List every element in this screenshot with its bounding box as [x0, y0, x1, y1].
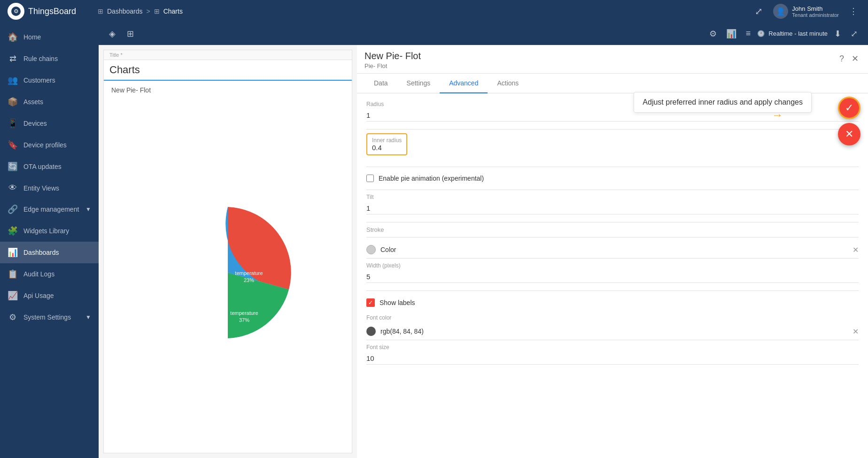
content-area: ◈ ⊞ ⚙ 📊 ≡ 🕐 Realtime - last minute ⬇ ⤢ T… [99, 23, 868, 458]
time-range-icon: 🕐 [757, 30, 765, 37]
breadcrumb-home[interactable]: Dashboards [107, 8, 143, 15]
sidebar-label-widgets: Widgets Library [23, 227, 69, 235]
color-label: Color [380, 246, 848, 253]
logo-icon: ⚙ [8, 3, 24, 20]
help-button[interactable]: ? [837, 52, 846, 66]
animation-label: Enable pie animation (experimental) [379, 175, 484, 182]
sidebar-item-devices[interactable]: 📱 Devices [0, 113, 99, 134]
stroke-label: Stroke [366, 226, 859, 233]
sidebar-label-dashboards: Dashboards [23, 249, 59, 256]
sidebar-item-customers[interactable]: 👥 Customers [0, 69, 99, 91]
sidebar-label-audit: Audit Logs [23, 270, 54, 278]
color-circle[interactable] [366, 245, 376, 254]
sidebar-label-customers: Customers [23, 76, 55, 84]
dashboard-toolbar: ◈ ⊞ ⚙ 📊 ≡ 🕐 Realtime - last minute ⬇ ⤢ [99, 23, 868, 45]
toolbar-right: ⚙ 📊 ≡ 🕐 Realtime - last minute ⬇ ⤢ [706, 26, 860, 42]
confirm-button[interactable]: ✓ [838, 97, 860, 119]
confirm-icon: ✓ [845, 102, 853, 114]
label-green-name: temperature [230, 310, 258, 316]
layers-button[interactable]: ◈ [106, 26, 118, 42]
show-labels-row: ✓ Show labels [366, 295, 859, 311]
inner-radius-box[interactable]: Inner radius 0.4 [366, 133, 407, 155]
sidebar-item-api-usage[interactable]: 📈 Api Usage [0, 285, 99, 306]
editor-widget-type: Pie- Flot [364, 62, 860, 69]
more-menu-button[interactable]: ⋮ [846, 3, 860, 19]
pie-chart-container: temperature 23% temperature 37% [108, 96, 348, 449]
sidebar-label-api: Api Usage [23, 292, 54, 299]
sidebar-label-devices: Devices [23, 120, 47, 127]
breadcrumb-icon2: ⊞ [154, 8, 160, 15]
cancel-icon: ✕ [845, 128, 853, 140]
tab-advanced[interactable]: Advanced [440, 74, 488, 93]
font-color-circle[interactable] [366, 327, 376, 336]
home-icon: 🏠 [8, 32, 18, 42]
customers-icon: 👥 [8, 75, 18, 85]
breadcrumb-icon: ⊞ [98, 8, 103, 15]
sidebar-item-entity-views[interactable]: 👁 Entity Views [0, 177, 99, 198]
system-expand-icon: ▼ [85, 314, 91, 321]
editor-tabs: Data Settings Advanced Actions [357, 74, 868, 93]
color-row: Color ✕ [366, 241, 859, 259]
font-size-value[interactable]: 10 [366, 352, 859, 365]
download-button[interactable]: ⬇ [831, 26, 844, 42]
tab-data[interactable]: Data [364, 74, 397, 93]
sidebar-item-audit-logs[interactable]: 📋 Audit Logs [0, 263, 99, 285]
tilt-value[interactable]: 1 [366, 202, 859, 214]
sidebar-label-entity-views: Entity Views [23, 184, 59, 192]
settings-button[interactable]: ⚙ [706, 26, 720, 42]
editor-top-icons: ? ✕ [837, 52, 860, 66]
sidebar: 🏠 Home ⇄ Rule chains 👥 Customers 📦 Asset… [0, 23, 99, 458]
cancel-button[interactable]: ✕ [838, 123, 860, 145]
show-labels-label: Show labels [380, 299, 415, 306]
widget-title-bar: Title * [104, 50, 352, 60]
sidebar-item-device-profiles[interactable]: 🔖 Device profiles [0, 134, 99, 156]
fullscreen-button[interactable]: ⤢ [848, 26, 860, 42]
user-role: Tenant administrator [792, 12, 839, 18]
close-editor-button[interactable]: ✕ [850, 52, 860, 66]
sidebar-label-ota: OTA updates [23, 163, 62, 170]
app-name: ThingsBoard [28, 7, 76, 16]
entity-views-icon: 👁 [8, 183, 18, 193]
sidebar-item-system-settings[interactable]: ⚙ System Settings ▼ [0, 306, 99, 328]
breadcrumb: ⊞ Dashboards > ⊞ Charts [98, 8, 746, 15]
font-size-field: Font size 10 [366, 344, 859, 365]
tab-settings[interactable]: Settings [397, 74, 440, 93]
api-usage-icon: 📈 [8, 290, 18, 301]
sidebar-label-home: Home [23, 33, 41, 41]
sidebar-item-rule-chains[interactable]: ⇄ Rule chains [0, 48, 99, 69]
audit-logs-icon: 📋 [8, 269, 18, 279]
assets-icon: 📦 [8, 97, 18, 107]
width-label: Width (pixels) [366, 262, 859, 269]
tab-actions[interactable]: Actions [488, 74, 528, 93]
font-color-label: Font color [366, 314, 859, 321]
sidebar-item-widgets-library[interactable]: 🧩 Widgets Library [0, 220, 99, 242]
sidebar-item-assets[interactable]: 📦 Assets [0, 91, 99, 113]
user-text: John Smith Tenant administrator [792, 5, 839, 18]
tilt-label: Tilt [366, 194, 859, 200]
show-labels-checkbox[interactable]: ✓ [366, 298, 375, 307]
font-color-clear-button[interactable]: ✕ [852, 327, 859, 336]
breadcrumb-current: Charts [163, 8, 183, 15]
tooltip-arrow: → [772, 108, 783, 122]
inner-radius-value: 0.4 [372, 144, 402, 152]
editor-header: New Pie- Flot Pie- Flot [357, 45, 868, 74]
font-color-row: rgb(84, 84, 84) ✕ [366, 323, 859, 340]
filter-button[interactable]: ≡ [743, 26, 754, 41]
sidebar-item-dashboards[interactable]: 📊 Dashboards [0, 242, 99, 263]
expand-button[interactable]: ⤢ [752, 3, 766, 20]
sidebar-label-edge: Edge management [23, 206, 79, 213]
enable-animation-checkbox[interactable] [366, 175, 374, 182]
sidebar-item-edge-management[interactable]: 🔗 Edge management ▼ [0, 198, 99, 220]
animation-checkbox-row: Enable pie animation (experimental) [366, 171, 859, 186]
user-info[interactable]: 👤 John Smith Tenant administrator [773, 4, 839, 19]
inner-radius-label: Inner radius [372, 137, 402, 144]
sidebar-item-home[interactable]: 🏠 Home [0, 26, 99, 48]
width-value[interactable]: 5 [366, 271, 859, 283]
sidebar-label-rule-chains: Rule chains [23, 55, 58, 62]
color-clear-button[interactable]: ✕ [852, 245, 859, 254]
widget-card-title: Charts [104, 60, 352, 81]
sidebar-item-ota-updates[interactable]: 🔄 OTA updates [0, 156, 99, 177]
chart-view-button[interactable]: 📊 [723, 26, 739, 42]
grid-button[interactable]: ⊞ [124, 26, 137, 42]
time-range-label[interactable]: Realtime - last minute [768, 30, 828, 37]
